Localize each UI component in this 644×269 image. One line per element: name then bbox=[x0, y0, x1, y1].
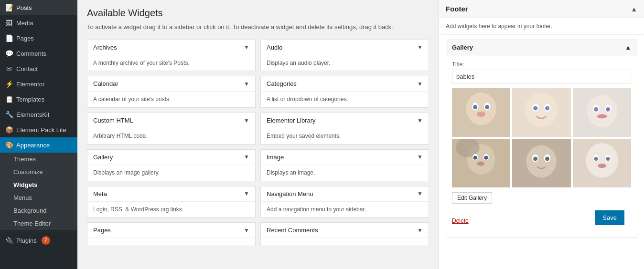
widget-pages-desc bbox=[87, 238, 255, 246]
footer-header: Footer ▲ bbox=[439, 0, 644, 18]
widget-elementor-library[interactable]: Elementor Library ▼ Embed your saved ele… bbox=[260, 113, 429, 145]
sidebar-item-label: ElementsKit bbox=[16, 111, 49, 118]
widget-image-name: Image bbox=[267, 154, 284, 161]
sidebar-item-label: Plugins bbox=[16, 237, 37, 244]
sidebar-item-plugins[interactable]: 🔌 Plugins 7 bbox=[0, 232, 77, 248]
sidebar-item-appearance[interactable]: 🎨 Appearance bbox=[0, 137, 77, 153]
widget-grid: Archives ▼ A monthly archive of your sit… bbox=[87, 40, 429, 247]
media-icon: 🖼 bbox=[5, 19, 13, 27]
sidebar-sub-themes[interactable]: Themes bbox=[0, 153, 77, 166]
widget-audio-desc: Displays an audio player. bbox=[261, 55, 429, 71]
sidebar-item-label: Pages bbox=[16, 35, 34, 42]
sidebar-sub-customize[interactable]: Customize bbox=[0, 166, 77, 178]
sidebar-item-elementskit[interactable]: 🔧 ElementsKit bbox=[0, 107, 77, 122]
svg-point-8 bbox=[526, 93, 558, 127]
gallery-widget-collapse-arrow[interactable]: ▲ bbox=[625, 44, 631, 51]
widget-pages[interactable]: Pages ▼ bbox=[87, 222, 256, 246]
widget-calendar[interactable]: Calendar ▼ A calendar of your site's pos… bbox=[87, 76, 256, 108]
sidebar-item-element-pack-lite[interactable]: 📦 Element Pack Lite bbox=[0, 122, 77, 137]
sidebar-item-posts[interactable]: 📝 Posts bbox=[0, 0, 77, 15]
delete-gallery-link[interactable]: Delete bbox=[452, 217, 469, 224]
svg-point-34 bbox=[545, 156, 549, 161]
widget-meta-arrow: ▼ bbox=[244, 190, 249, 197]
widget-categories[interactable]: Categories ▼ A list or dropdown of categ… bbox=[260, 76, 429, 108]
gallery-image-2 bbox=[512, 88, 570, 137]
svg-point-6 bbox=[477, 112, 485, 117]
sidebar-item-templates[interactable]: 📋 Templates bbox=[0, 92, 77, 107]
sidebar-item-contact[interactable]: ✉ Contact bbox=[0, 61, 77, 76]
element-pack-lite-icon: 📦 bbox=[5, 126, 13, 134]
widget-image-arrow: ▼ bbox=[417, 154, 423, 160]
widgets-area: Available Widgets To activate a widget d… bbox=[77, 0, 439, 269]
page-title: Available Widgets bbox=[87, 8, 429, 19]
contact-icon: ✉ bbox=[5, 65, 13, 72]
gallery-widget-header: Gallery ▲ bbox=[446, 40, 637, 55]
sidebar-divider bbox=[0, 231, 77, 231]
gallery-image-6 bbox=[573, 139, 631, 187]
footer-collapse-arrow[interactable]: ▲ bbox=[631, 5, 637, 13]
svg-point-18 bbox=[594, 107, 598, 112]
widget-gallery[interactable]: Gallery ▼ Displays an image gallery. bbox=[87, 149, 256, 181]
footer-title: Footer bbox=[446, 5, 468, 13]
main-content: Available Widgets To activate a widget d… bbox=[77, 0, 644, 269]
widget-categories-desc: A list or dropdown of categories. bbox=[261, 92, 429, 107]
widget-recent-comments-desc bbox=[261, 238, 429, 246]
widget-pages-name: Pages bbox=[93, 227, 111, 234]
footer-add-text: Add widgets here to appear in your foote… bbox=[439, 18, 644, 35]
widget-calendar-name: Calendar bbox=[93, 80, 118, 87]
widget-pages-arrow: ▼ bbox=[244, 227, 249, 234]
widget-elementor-library-name: Elementor Library bbox=[267, 117, 316, 124]
sidebar-item-media[interactable]: 🖼 Media bbox=[0, 15, 77, 31]
elementskit-icon: 🔧 bbox=[5, 111, 13, 118]
widget-recent-comments-arrow: ▼ bbox=[417, 227, 423, 234]
svg-point-41 bbox=[598, 164, 606, 168]
sidebar-sub-menus[interactable]: Menus bbox=[0, 191, 77, 204]
svg-point-36 bbox=[586, 143, 618, 178]
gallery-widget: Gallery ▲ Title: bbox=[446, 40, 637, 238]
widget-meta-desc: Login, RSS, & WordPress.org links. bbox=[87, 202, 255, 217]
gallery-widget-title: Gallery bbox=[452, 44, 473, 51]
gallery-title-label: Title: bbox=[452, 61, 631, 68]
widget-recent-comments[interactable]: Recent Comments ▼ bbox=[260, 222, 429, 246]
gallery-footer: Edit Gallery bbox=[452, 192, 631, 208]
appearance-icon: 🎨 bbox=[5, 141, 13, 149]
sidebar-sub-theme-editor[interactable]: Theme Editor bbox=[0, 217, 77, 230]
comments-icon: 💬 bbox=[5, 50, 13, 57]
svg-point-27 bbox=[484, 156, 488, 160]
sidebar-item-label: Media bbox=[16, 20, 33, 27]
widget-meta[interactable]: Meta ▼ Login, RSS, & WordPress.org links… bbox=[87, 186, 256, 218]
widget-custom-html-name: Custom HTML bbox=[93, 117, 133, 124]
widget-audio[interactable]: Audio ▼ Displays an audio player. bbox=[260, 40, 429, 72]
sidebar-item-comments[interactable]: 💬 Comments bbox=[0, 46, 77, 61]
gallery-title-input[interactable] bbox=[452, 70, 631, 83]
gallery-image-4 bbox=[452, 139, 510, 187]
widget-gallery-desc: Displays an image gallery. bbox=[87, 165, 255, 181]
svg-point-28 bbox=[477, 162, 484, 166]
sidebar-item-label: Comments bbox=[16, 50, 46, 57]
svg-point-33 bbox=[534, 156, 538, 161]
footer-panel: Footer ▲ Add widgets here to appear in y… bbox=[439, 0, 644, 269]
svg-point-4 bbox=[473, 105, 477, 109]
svg-point-40 bbox=[606, 157, 610, 161]
sidebar-sub-background[interactable]: Background bbox=[0, 204, 77, 217]
svg-point-1 bbox=[466, 93, 496, 125]
elementor-icon: ⚡ bbox=[5, 80, 13, 88]
sidebar-item-pages[interactable]: 📄 Pages bbox=[0, 31, 77, 46]
widget-image[interactable]: Image ▼ Displays an image. bbox=[260, 149, 429, 181]
widget-navigation-menu[interactable]: Navigation Menu ▼ Add a navigation menu … bbox=[260, 186, 429, 218]
widget-custom-html[interactable]: Custom HTML ▼ Arbitrary HTML code. bbox=[87, 113, 256, 145]
edit-gallery-button[interactable]: Edit Gallery bbox=[452, 192, 492, 204]
sidebar-sub-widgets[interactable]: Widgets bbox=[0, 178, 77, 191]
sidebar-item-elementor[interactable]: ⚡ Elementor bbox=[0, 76, 77, 92]
widget-categories-name: Categories bbox=[267, 80, 297, 87]
widget-audio-arrow: ▼ bbox=[417, 44, 423, 51]
widget-categories-arrow: ▼ bbox=[417, 81, 423, 87]
svg-point-30 bbox=[526, 145, 557, 178]
templates-icon: 📋 bbox=[5, 95, 13, 103]
save-button[interactable]: Save bbox=[595, 210, 624, 225]
widget-archives[interactable]: Archives ▼ A monthly archive of your sit… bbox=[87, 40, 256, 72]
widget-meta-name: Meta bbox=[93, 190, 107, 197]
widget-calendar-desc: A calendar of your site's posts. bbox=[87, 92, 255, 107]
widget-audio-name: Audio bbox=[267, 44, 282, 51]
sidebar-item-label: Elementor bbox=[16, 81, 44, 88]
